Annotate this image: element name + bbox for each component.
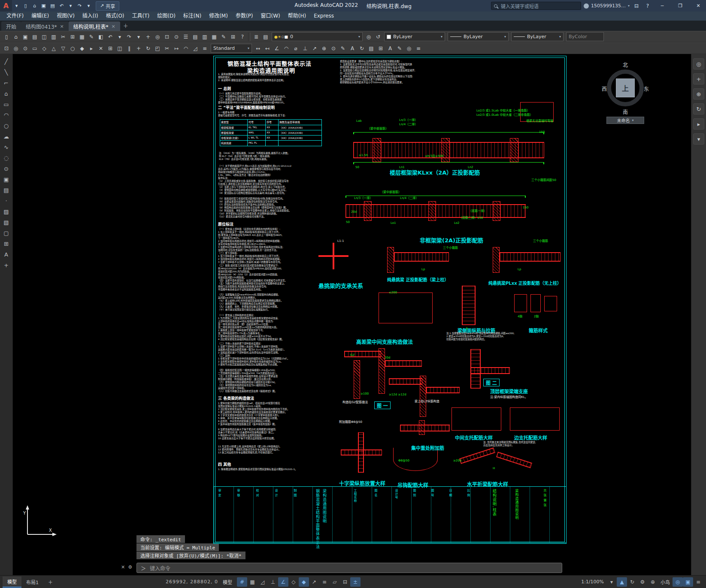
mirror-flip-icon[interactable]: ▽ (58, 44, 68, 53)
layer-on-icon[interactable]: ● (274, 35, 278, 39)
undo-caret-icon[interactable]: ▾ (66, 0, 75, 12)
undo-icon[interactable]: ↶ (57, 0, 66, 12)
menu-item[interactable]: 标注(N) (179, 12, 205, 21)
viewcube-north-label[interactable]: 北 (602, 61, 649, 68)
sheet-set-icon[interactable]: ▦ (209, 32, 219, 42)
viewcube-top-face[interactable]: 上 (616, 78, 635, 97)
share-button[interactable]: ↗ 共享 (96, 1, 119, 11)
zoom-realtime-icon[interactable]: ◎ (153, 32, 162, 42)
snap-mode-icon[interactable]: ▦ (247, 577, 258, 587)
layout-tab[interactable]: 布局1 (21, 576, 43, 588)
explode-icon[interactable]: ≡ (200, 44, 209, 53)
new-file-icon[interactable]: ▯ (21, 0, 30, 12)
redo-caret-icon[interactable]: ▾ (84, 0, 93, 12)
erase-icon[interactable]: ✕ (96, 44, 106, 53)
annotation-scale-label[interactable]: 1:1/100% (579, 579, 606, 585)
plugin-button[interactable]: 小鸟 (658, 579, 673, 585)
restore-button[interactable]: ❐ (673, 0, 688, 12)
menu-item[interactable]: 编辑(E) (27, 12, 53, 21)
file-tab[interactable]: 结构说明,柱表* × (69, 21, 120, 31)
add-selected-icon[interactable]: + (1, 260, 12, 270)
menu-item[interactable]: 工具(T) (128, 12, 154, 21)
layout-tab[interactable]: 模型 (3, 576, 21, 588)
qnew-icon[interactable]: ▯ (2, 32, 11, 42)
layer-states-icon[interactable]: ▤ (261, 32, 270, 42)
transparency-icon[interactable]: ▱ (330, 577, 340, 587)
find-icon[interactable]: ◎ (404, 44, 414, 53)
dim-edit-icon[interactable]: ✎ (338, 44, 348, 53)
arc-icon[interactable]: ◠ (1, 110, 12, 120)
array-icon[interactable]: ⊞ (106, 44, 115, 53)
viewcube-south-label[interactable]: 南 (602, 108, 649, 115)
command-customize-icon[interactable]: ⚙ (128, 564, 132, 570)
command-close-icon[interactable]: ✕ (121, 564, 125, 570)
cut-icon[interactable]: ✂ (58, 32, 68, 42)
trim-icon[interactable]: ✂ (162, 44, 172, 53)
menu-item[interactable]: 帮助(H) (284, 12, 310, 21)
plot-icon[interactable]: ▤ (48, 0, 57, 12)
tolerance-icon[interactable]: ⊕ (319, 44, 329, 53)
menu-item[interactable]: 修改(M) (205, 12, 232, 21)
hatch-icon[interactable]: ▨ (1, 206, 12, 217)
construction-line-icon[interactable]: ╲ (1, 67, 12, 77)
make-object-layer-current-icon[interactable]: ◎ (364, 32, 373, 42)
redo-icon[interactable]: ↷ (75, 0, 84, 12)
polyline-icon[interactable]: ⌐ (1, 78, 12, 88)
tab-close-icon[interactable]: × (112, 24, 115, 29)
lineweight-dropdown[interactable]: ByLayer ▾ (511, 32, 564, 41)
table-icon[interactable]: ⊞ (376, 44, 385, 53)
scale-icon[interactable]: ◰ (153, 44, 162, 53)
markup-icon[interactable]: ✎ (219, 32, 228, 42)
autocad-logo[interactable]: A (0, 0, 12, 12)
copy-clip-icon[interactable]: ⊞ (68, 32, 77, 42)
dynamic-input-icon[interactable]: ± (350, 577, 361, 587)
cart-icon[interactable]: ⊟ (632, 3, 641, 9)
circle-icon[interactable]: ○ (1, 121, 12, 131)
fillet-icon[interactable]: ◠ (181, 44, 191, 53)
ellipse-arc-icon[interactable]: ⊙ (1, 163, 12, 174)
isodraft-icon[interactable]: ◇ (288, 577, 299, 587)
dim-diameter-icon[interactable]: ⌀ (291, 44, 300, 53)
app-menu-caret-icon[interactable]: ▾ (12, 0, 21, 12)
menu-item[interactable]: Express (310, 12, 338, 21)
text-style-dropdown[interactable]: Standard ▾ (211, 44, 252, 53)
revision-cloud-icon[interactable]: ☁ (1, 131, 12, 142)
drawing-canvas[interactable]: 北 上 西 东 南 未命名 ▾ Y X 命令: _textedit当前设置: 编… (13, 54, 691, 575)
menu-item[interactable]: 文件(F) (3, 12, 27, 21)
open-file-icon[interactable]: ⌂ (30, 0, 39, 12)
dim-arc-icon[interactable]: ◠ (282, 44, 291, 53)
spell-icon[interactable]: ≡ (414, 44, 423, 53)
zoom-tool-icon[interactable]: ⊕ (693, 88, 704, 100)
triangle-icon[interactable]: △ (49, 44, 58, 53)
layer-properties-icon[interactable]: ≣ (251, 32, 261, 42)
line-icon[interactable]: ╱ (1, 56, 12, 66)
viewcube[interactable]: 北 上 西 东 南 未命名 ▾ (602, 61, 649, 125)
lineweight-display-icon[interactable]: ≡ (319, 577, 330, 587)
showmotion-icon[interactable]: ▸ (693, 118, 704, 130)
polygon-icon[interactable]: ⌂ (1, 88, 12, 99)
table-icon[interactable]: ⊞ (1, 238, 12, 249)
help-icon[interactable]: ? (238, 32, 247, 42)
zoom-previous-icon[interactable]: ⊙ (172, 32, 181, 42)
gradient-icon[interactable]: ▧ (1, 217, 12, 227)
close-button[interactable]: ✕ (691, 0, 706, 12)
color-dropdown[interactable]: ByLayer ▾ (384, 32, 445, 41)
play-icon[interactable]: ▸ (87, 44, 96, 53)
tool-palettes-icon[interactable]: ▥ (200, 32, 209, 42)
undo-caret-icon[interactable]: ▾ (115, 32, 124, 42)
help-icon[interactable]: ? (643, 3, 652, 9)
annotation-visibility-icon[interactable]: ▲ (617, 577, 627, 587)
annotation-monitor-icon[interactable]: ⊕ (648, 577, 658, 587)
insert-block-icon[interactable]: ▣ (1, 174, 12, 184)
menu-item[interactable]: 参数(P) (232, 12, 257, 21)
create-block-icon[interactable]: ▤ (1, 185, 12, 195)
spline-icon[interactable]: ∿ (1, 142, 12, 152)
orbit-tool-icon[interactable]: ↻ (693, 103, 704, 115)
dim-angular-icon[interactable]: ∠ (272, 44, 282, 53)
extend-icon[interactable]: ↦ (172, 44, 181, 53)
undo-icon[interactable]: ↶ (106, 32, 115, 42)
viewcube-west-label[interactable]: 西 (602, 85, 607, 92)
match-properties-icon[interactable]: ✎ (87, 32, 96, 42)
viewcube-east-label[interactable]: 东 (644, 85, 649, 92)
customization-menu-icon[interactable]: ≡ (693, 577, 703, 587)
